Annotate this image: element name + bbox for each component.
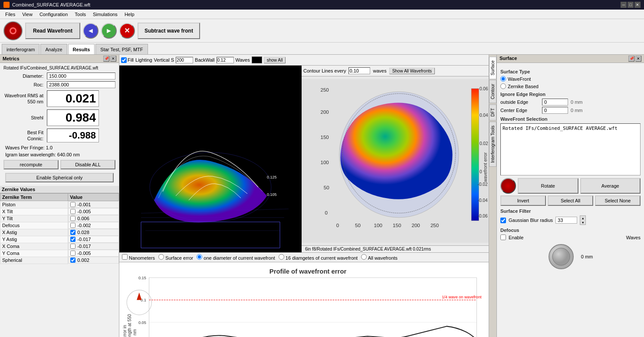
vertical-s-input[interactable]: [176, 57, 193, 63]
zernike-term: X Astig: [0, 229, 68, 236]
svg-text:0.15: 0.15: [138, 276, 146, 280]
table-row: Spherical 0.002: [0, 257, 119, 264]
menu-help[interactable]: Help: [121, 11, 138, 18]
enable-spherical-button[interactable]: Enable Spherical only: [5, 173, 114, 182]
wavefront-selection-label: WaveFront Selection: [500, 116, 641, 122]
profile-controls: Nanometers Surface error one diameter of…: [119, 253, 496, 262]
col-term: Zernike Term: [0, 194, 68, 201]
zernike-checkbox[interactable]: [70, 230, 76, 235]
outside-edge-input[interactable]: [542, 99, 568, 106]
rms-value: 0.021: [47, 90, 99, 107]
surface-select-row: Invert Select All Select None: [500, 195, 641, 206]
subtract-wavefront-button[interactable]: Subtract wave front: [138, 23, 200, 39]
select-none-button[interactable]: Select None: [595, 195, 641, 206]
svg-text:0.02: 0.02: [480, 141, 488, 146]
tab-dft[interactable]: DFT: [489, 104, 496, 120]
close-window-button[interactable]: ✕: [634, 2, 641, 8]
menu-files[interactable]: Files: [2, 11, 19, 18]
fill-checkbox[interactable]: Fill: [121, 57, 134, 63]
tab-analyze[interactable]: Analyze: [40, 44, 67, 54]
surface-error-radio[interactable]: Surface error: [158, 254, 193, 261]
tab-contour[interactable]: Contour: [489, 80, 496, 103]
svg-rect-0: [119, 66, 302, 252]
surface-actions-row: Rotate Average: [500, 178, 641, 194]
backwall-input[interactable]: [217, 57, 234, 63]
disable-all-button[interactable]: Disable ALL: [60, 160, 115, 169]
zernike-checkbox[interactable]: [70, 202, 76, 207]
tab-star-test[interactable]: Star Test, PSF, MTF: [95, 44, 148, 54]
svg-text:Profile of wavefront error: Profile of wavefront error: [269, 268, 347, 275]
tab-interferogram[interactable]: interferogram: [2, 44, 39, 54]
show-all-wavefronts-button[interactable]: Show All Wavefronts: [389, 68, 435, 74]
select-all-button[interactable]: Select All: [548, 195, 593, 206]
tab-interferogram-tools[interactable]: Interferogram Tools: [489, 122, 496, 167]
nav-forward-button[interactable]: ►: [101, 23, 117, 39]
nav-back-button[interactable]: ◄: [83, 23, 99, 39]
defocus-knob[interactable]: [548, 244, 574, 270]
svg-rect-38: [149, 278, 477, 337]
gaussian-up[interactable]: ▲: [580, 216, 585, 220]
svg-text:wavelength at 550: wavelength at 550: [127, 314, 132, 337]
center-edge-unit: 0 mm: [571, 108, 583, 113]
zernike-term: X Coma: [0, 243, 68, 250]
gaussian-value-input[interactable]: [555, 217, 577, 224]
zernike-checkbox[interactable]: [70, 237, 76, 242]
tab-surface[interactable]: Surface: [489, 56, 496, 79]
zernike-checkbox[interactable]: [70, 251, 76, 256]
svg-text:150: 150: [393, 223, 401, 228]
zernike-checkbox[interactable]: [70, 223, 76, 228]
read-wavefront-button[interactable]: Read Wavefront: [25, 23, 80, 39]
minimize-button[interactable]: ─: [621, 2, 627, 8]
zernike-checkbox[interactable]: [70, 258, 76, 263]
table-row: Y Coma -0.005: [0, 250, 119, 257]
rotate-button[interactable]: Rotate: [518, 178, 578, 194]
menu-configuration[interactable]: Configuration: [36, 11, 71, 18]
surface-delete-button[interactable]: [500, 178, 516, 194]
sixteen-diam-radio[interactable]: 16 diamgetes of current wavefront: [279, 254, 358, 261]
gaussian-down[interactable]: ▼: [580, 220, 585, 225]
zernike-checkbox[interactable]: [70, 244, 76, 249]
maximize-button[interactable]: □: [628, 2, 634, 8]
all-wavefronts-radio[interactable]: All wavefronts: [361, 254, 398, 261]
nav-close-button[interactable]: ✕: [119, 23, 135, 39]
surface-type-group: WaveFront Zernike Based: [500, 76, 641, 89]
metrics-panel-header: Metrics 📌 ✕: [0, 55, 119, 63]
ignore-edge-label: Ignore Edge Region: [500, 92, 641, 97]
svg-text:-0.06: -0.06: [478, 214, 488, 218]
gaussian-checkbox[interactable]: [500, 218, 506, 223]
wavefront-radio[interactable]: WaveFront: [500, 76, 641, 82]
menu-simulations[interactable]: Simulations: [89, 11, 121, 18]
one-diameter-radio[interactable]: one diameter of current wavefront: [197, 254, 275, 261]
zernike-value: -0.001: [77, 202, 91, 207]
defocus-enable-checkbox[interactable]: [500, 235, 506, 240]
menu-view[interactable]: View: [19, 11, 36, 18]
zernike-header: Zernike Values: [0, 186, 119, 193]
tab-results[interactable]: Results: [68, 44, 95, 54]
metrics-close-button[interactable]: ✕: [110, 56, 116, 62]
contour-value-input[interactable]: [348, 67, 370, 74]
app-icon: [3, 2, 10, 8]
defocus-label: Defocus: [500, 228, 641, 233]
profile-section: Nanometers Surface error one diameter of…: [119, 252, 496, 337]
center-edge-input[interactable]: [542, 107, 568, 114]
average-button[interactable]: Average: [580, 178, 641, 194]
surface-panel-close[interactable]: ✕: [635, 56, 641, 62]
contour-controls: Contour Lines every waves Show All Wavef…: [302, 66, 496, 76]
zernike-value: -0.002: [77, 223, 91, 228]
invert-button[interactable]: Invert: [500, 195, 546, 206]
recompute-button[interactable]: recompute: [3, 160, 59, 169]
menu-tools[interactable]: Tools: [71, 11, 89, 18]
color-swatch[interactable]: [252, 56, 262, 63]
zernike-value: -0.017: [77, 237, 91, 242]
outside-edge-label: outside Edge: [500, 99, 539, 105]
zernike-checkbox[interactable]: [70, 209, 76, 214]
logo-button[interactable]: [3, 21, 23, 40]
zernike-checkbox[interactable]: [70, 216, 76, 221]
surface-panel-pin[interactable]: 📌: [628, 56, 634, 62]
wavefront-selection-textarea[interactable]: Rotated IFs/Combined_SURFACE AVERAGE.wft: [500, 123, 641, 175]
nanometers-checkbox[interactable]: Nanometers: [122, 254, 155, 261]
zernike-radio[interactable]: Zernike Based: [500, 83, 641, 89]
show-all-button[interactable]: show All: [264, 57, 286, 63]
zernike-value: 0.006: [77, 216, 89, 221]
metrics-pin-button[interactable]: 📌: [103, 56, 109, 62]
